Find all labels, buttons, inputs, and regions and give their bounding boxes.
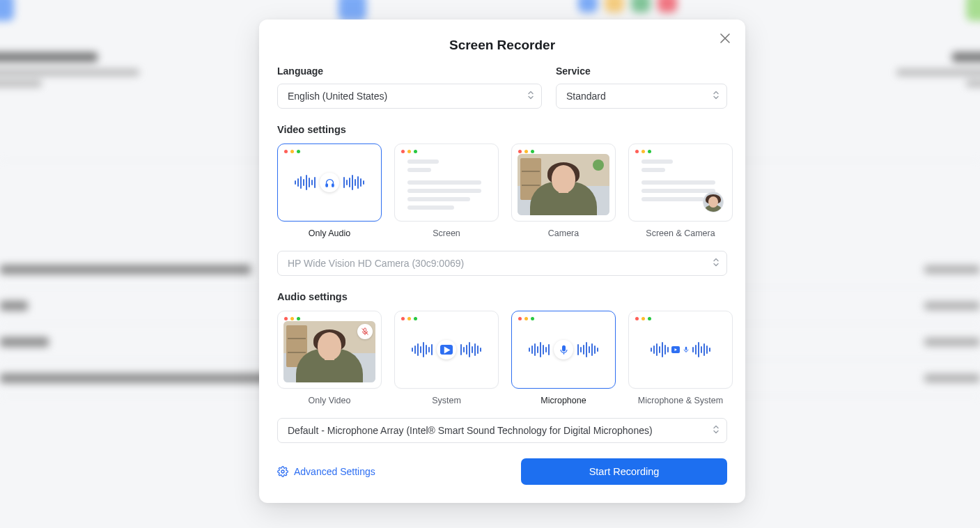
camera-thumbnail-icon bbox=[703, 192, 724, 212]
window-dots-icon bbox=[635, 317, 651, 320]
option-label: Microphone & System bbox=[628, 396, 733, 405]
video-option-only-audio[interactable]: Only Audio bbox=[277, 143, 382, 238]
audio-wave-icon bbox=[577, 342, 598, 357]
service-select[interactable]: Standard bbox=[556, 84, 727, 109]
svg-rect-8 bbox=[685, 347, 687, 350]
start-recording-label: Start Recording bbox=[589, 466, 660, 477]
language-label: Language bbox=[277, 65, 542, 77]
camera-preview-image bbox=[518, 154, 609, 215]
audio-option-microphone[interactable]: Microphone bbox=[511, 311, 616, 405]
option-label: Microphone bbox=[511, 396, 616, 405]
service-label: Service bbox=[556, 65, 727, 77]
document-lines-icon bbox=[407, 160, 485, 214]
audio-option-microphone-system[interactable]: Microphone & System bbox=[628, 311, 733, 405]
svg-rect-0 bbox=[325, 183, 327, 186]
audio-option-only-video[interactable]: Only Video bbox=[277, 311, 382, 405]
chevron-updown-icon bbox=[527, 91, 534, 102]
advanced-settings-label: Advanced Settings bbox=[294, 466, 375, 477]
language-select[interactable]: English (United States) bbox=[277, 84, 542, 109]
chevron-updown-icon bbox=[713, 91, 720, 102]
chevron-updown-icon bbox=[713, 258, 720, 270]
headphones-icon bbox=[320, 173, 339, 192]
window-dots-icon bbox=[401, 150, 417, 153]
advanced-settings-link[interactable]: Advanced Settings bbox=[277, 466, 375, 477]
option-label: Only Video bbox=[277, 396, 382, 405]
svg-marker-4 bbox=[444, 346, 450, 353]
option-label: Screen bbox=[394, 228, 499, 238]
modal-title: Screen Recorder bbox=[277, 38, 727, 53]
video-settings-label: Video settings bbox=[277, 124, 727, 135]
audio-wave-icon bbox=[460, 342, 481, 357]
gear-icon bbox=[277, 466, 288, 477]
audio-option-system[interactable]: System bbox=[394, 311, 499, 405]
option-label: Camera bbox=[511, 228, 616, 238]
close-icon bbox=[720, 33, 730, 43]
audio-settings-label: Audio settings bbox=[277, 291, 727, 302]
screen-recorder-modal: Screen Recorder Language English (United… bbox=[259, 20, 745, 503]
microphone-icon bbox=[554, 340, 573, 359]
close-button[interactable] bbox=[716, 29, 734, 47]
svg-rect-1 bbox=[332, 183, 334, 186]
microphone-select-value: Default - Microphone Array (Intel® Smart… bbox=[288, 425, 653, 436]
audio-wave-icon bbox=[343, 175, 364, 190]
video-settings-options: Only Audio Screen bbox=[277, 143, 727, 238]
chevron-updown-icon bbox=[713, 425, 720, 437]
video-file-icon bbox=[437, 340, 456, 359]
window-dots-icon bbox=[284, 150, 300, 153]
audio-wave-icon bbox=[412, 342, 433, 357]
video-file-icon bbox=[671, 346, 680, 353]
option-label: Only Audio bbox=[277, 228, 382, 238]
window-dots-icon bbox=[518, 317, 534, 320]
video-option-camera[interactable]: Camera bbox=[511, 143, 616, 238]
video-option-screen-camera[interactable]: Screen & Camera bbox=[628, 143, 733, 238]
option-label: Screen & Camera bbox=[628, 228, 733, 238]
svg-point-10 bbox=[281, 470, 284, 473]
audio-settings-options: Only Video bbox=[277, 311, 727, 405]
svg-rect-5 bbox=[562, 345, 565, 351]
microphone-select[interactable]: Default - Microphone Array (Intel® Smart… bbox=[277, 418, 727, 443]
audio-wave-icon bbox=[295, 175, 316, 190]
language-value: English (United States) bbox=[288, 91, 387, 102]
audio-wave-icon bbox=[692, 342, 710, 357]
window-dots-icon bbox=[401, 317, 417, 320]
svg-marker-7 bbox=[675, 348, 678, 351]
audio-wave-icon bbox=[651, 342, 669, 357]
microphone-icon bbox=[683, 346, 690, 353]
audio-wave-icon bbox=[529, 342, 550, 357]
start-recording-button[interactable]: Start Recording bbox=[521, 458, 727, 485]
window-dots-icon bbox=[518, 150, 534, 153]
service-value: Standard bbox=[566, 91, 606, 102]
mic-off-icon bbox=[357, 324, 373, 339]
camera-select[interactable]: HP Wide Vision HD Camera (30c9:0069) bbox=[277, 251, 727, 276]
window-dots-icon bbox=[284, 317, 300, 320]
option-label: System bbox=[394, 396, 499, 405]
video-option-screen[interactable]: Screen bbox=[394, 143, 499, 238]
camera-select-value: HP Wide Vision HD Camera (30c9:0069) bbox=[288, 258, 464, 269]
window-dots-icon bbox=[635, 150, 651, 153]
